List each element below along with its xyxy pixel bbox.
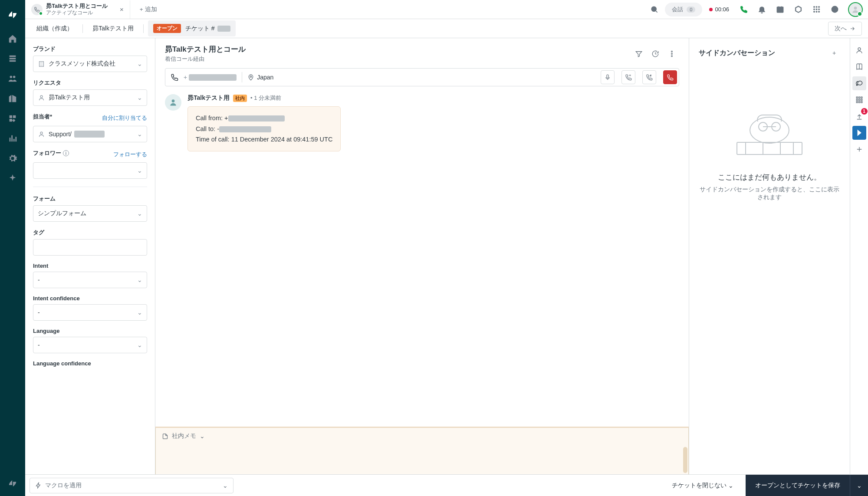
requester-select[interactable]: 昴Talkテスト用 ⌄ — [33, 89, 147, 106]
svg-point-7 — [818, 9, 819, 10]
nav-views-icon[interactable] — [3, 49, 22, 68]
svg-point-18 — [671, 55, 673, 56]
zendesk-z-icon[interactable] — [6, 477, 19, 490]
filter-icon[interactable] — [631, 46, 646, 61]
nav-customers-icon[interactable] — [3, 69, 22, 88]
intent-conf-select[interactable]: -⌄ — [33, 304, 147, 321]
rail-apps-icon[interactable] — [852, 93, 866, 107]
crumb-requester[interactable]: 昴Talkテスト用 — [87, 21, 139, 36]
hangup-button[interactable] — [663, 70, 677, 84]
tags-label: タグ — [33, 229, 147, 237]
form-value: シンプルフォーム — [38, 210, 142, 217]
add-tab-label: 追加 — [145, 6, 157, 13]
svg-point-0 — [651, 7, 656, 11]
composer-textarea[interactable] — [156, 444, 688, 476]
close-ticket-select[interactable]: チケットを閉じない ⌄ — [664, 482, 741, 489]
macro-label: マクロを適用 — [45, 482, 82, 489]
note-icon — [162, 433, 168, 440]
call-details-card: Call from: + Call to: - Time of call: 11… — [187, 106, 341, 151]
nav-admin-icon[interactable] — [3, 149, 22, 168]
chevron-down-icon: ⌄ — [728, 482, 733, 489]
svg-rect-30 — [861, 97, 862, 98]
brand-value: クラスメソッド株式会社 — [49, 60, 142, 68]
chevron-down-icon: ⌄ — [137, 309, 142, 316]
brand-select[interactable]: クラスメソッド株式会社 ⌄ — [33, 56, 147, 72]
next-ticket-button[interactable]: 次へ — [828, 22, 862, 36]
products-icon[interactable] — [791, 2, 806, 17]
macro-select[interactable]: マクロを適用 ⌄ — [30, 478, 233, 493]
add-tab-button[interactable]: + 追加 — [134, 6, 163, 13]
lang-conf-label: Language confidence — [33, 360, 147, 367]
call-control-bar: + Japan — [165, 68, 679, 86]
mute-button[interactable] — [601, 70, 615, 84]
empty-subtext: サイドカンバセーションを作成すると、ここに表示されます — [699, 186, 840, 201]
empty-illustration-icon — [724, 108, 815, 161]
caller-location: Japan — [247, 74, 273, 81]
rail-app-blue-icon[interactable] — [852, 126, 866, 140]
save-ticket-dropdown[interactable]: ⌄ — [850, 475, 868, 496]
active-tab[interactable]: 昴Talkテスト用とコール アクティブなコール × — [25, 0, 130, 19]
talk-phone-icon[interactable] — [736, 2, 751, 17]
transfer-button[interactable] — [642, 70, 656, 84]
apps-grid-icon[interactable] — [809, 2, 824, 17]
crumb-ticket[interactable]: オープン チケット # — [148, 20, 236, 36]
lightning-icon — [35, 482, 42, 489]
ticket-properties-panel: ブランド クラスメソッド株式会社 ⌄ リクエスタ 昴Talkテスト用 ⌄ — [25, 38, 155, 496]
message-avatar — [165, 94, 181, 111]
crumb-org[interactable]: 組織（作成） — [31, 21, 78, 36]
rail-side-conv-icon[interactable] — [852, 76, 866, 90]
help-icon[interactable] — [827, 2, 842, 17]
tab-title: 昴Talkテスト用とコール — [46, 3, 108, 10]
rail-add-icon[interactable] — [852, 142, 866, 156]
rail-knowledge-icon[interactable] — [852, 60, 866, 74]
history-icon[interactable] — [648, 46, 663, 61]
svg-point-23 — [750, 117, 789, 143]
nav-home-icon[interactable] — [3, 30, 22, 48]
form-select[interactable]: シンプルフォーム ⌄ — [33, 205, 147, 222]
assignee-select[interactable]: Support/ ⌄ — [33, 126, 147, 142]
composer-mode-select[interactable]: 社内メモ ⌄ — [156, 428, 688, 444]
tags-input[interactable] — [33, 239, 147, 256]
svg-point-19 — [250, 76, 252, 77]
nav-rail — [0, 0, 25, 496]
svg-point-12 — [854, 7, 857, 10]
rail-upload-icon[interactable]: 1 — [852, 109, 866, 123]
chevron-down-icon: ⌄ — [223, 482, 228, 489]
intent-select[interactable]: -⌄ — [33, 272, 147, 288]
save-ticket-button[interactable]: オープンとしてチケットを保存 — [746, 475, 850, 496]
close-tab-icon[interactable]: × — [120, 6, 124, 13]
svg-point-16 — [671, 51, 673, 52]
follower-label: フォロワー i — [33, 149, 69, 157]
nav-apps-icon[interactable] — [3, 109, 22, 128]
lang-select[interactable]: -⌄ — [33, 337, 147, 353]
nav-ai-icon[interactable] — [3, 169, 22, 187]
scrollbar[interactable] — [683, 447, 687, 473]
zendesk-logo[interactable] — [6, 8, 20, 22]
location-text: Japan — [257, 74, 273, 81]
chevron-down-icon: ⌄ — [200, 433, 205, 440]
side-conv-empty-state: ここにはまだ何もありません。 サイドカンバセーションを作成すると、ここに表示され… — [699, 69, 840, 487]
lang-label: Language — [33, 328, 147, 334]
add-side-conv-button[interactable]: + — [828, 47, 840, 59]
recording-dot-icon — [709, 8, 713, 11]
search-icon[interactable] — [647, 2, 661, 17]
call-from-label: Call from: — [196, 115, 224, 122]
nav-org-icon[interactable] — [3, 89, 22, 108]
svg-point-8 — [813, 11, 815, 12]
phone-icon — [31, 4, 43, 15]
location-icon — [247, 74, 254, 81]
user-avatar[interactable] — [848, 2, 863, 17]
calendar-icon[interactable] — [773, 2, 787, 17]
follow-link[interactable]: フォローする — [113, 151, 147, 158]
info-icon[interactable]: i — [63, 150, 69, 156]
assign-self-link[interactable]: 自分に割り当てる — [102, 114, 147, 122]
nav-reporting-icon[interactable] — [3, 129, 22, 148]
rail-user-icon[interactable] — [852, 43, 866, 57]
more-icon[interactable] — [664, 46, 679, 61]
user-icon — [38, 131, 45, 138]
call-time: Time of call: 11 December 2024 at 09:41:… — [196, 134, 332, 145]
hold-button[interactable] — [621, 70, 635, 84]
conversations-button[interactable]: 会話 0 — [665, 3, 702, 16]
follower-select[interactable]: ⌄ — [33, 162, 147, 179]
notifications-icon[interactable] — [754, 2, 769, 17]
